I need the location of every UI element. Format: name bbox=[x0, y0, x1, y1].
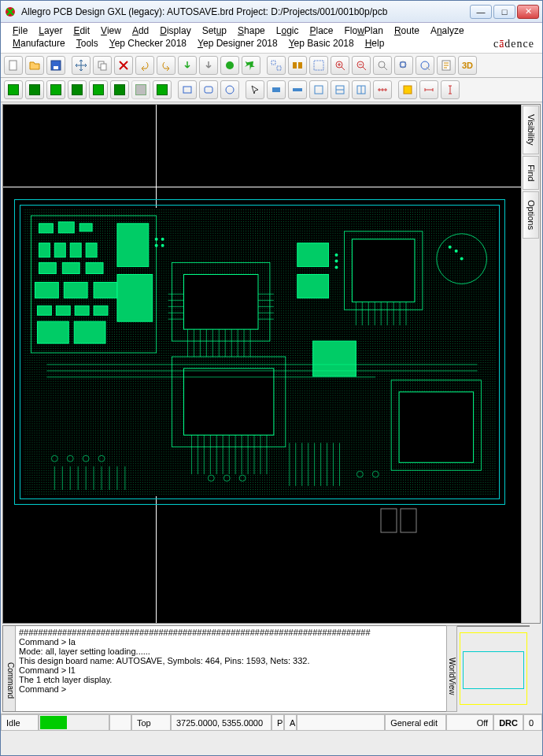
status-drc[interactable]: DRC bbox=[493, 714, 523, 731]
menu-tools[interactable]: Tools bbox=[71, 37, 104, 50]
menu-view[interactable]: View bbox=[95, 24, 127, 37]
layer7-button[interactable] bbox=[131, 80, 150, 99]
layer5-button[interactable] bbox=[89, 80, 108, 99]
minimize-button[interactable]: — bbox=[470, 5, 492, 19]
circle-tool[interactable] bbox=[220, 80, 239, 99]
menu-help[interactable]: Help bbox=[360, 37, 390, 50]
zoom-in-button[interactable] bbox=[331, 56, 349, 75]
dim-h-tool[interactable] bbox=[419, 80, 438, 99]
menu-shape[interactable]: Shape bbox=[232, 24, 271, 37]
svg-rect-5 bbox=[101, 64, 106, 70]
menu-yep-checker[interactable]: Yep Checker 2018 bbox=[104, 37, 192, 50]
menu-setup[interactable]: Setup bbox=[197, 24, 232, 37]
sidebar: Visibility Find Options bbox=[521, 105, 540, 623]
marker-button[interactable] bbox=[220, 56, 239, 75]
arrow-down-button[interactable] bbox=[178, 56, 197, 75]
new-button[interactable] bbox=[4, 56, 23, 75]
menu-manufacture[interactable]: Manufacture bbox=[7, 37, 71, 50]
zoom-out-button[interactable] bbox=[352, 56, 371, 75]
zoom-sel-button[interactable] bbox=[394, 56, 413, 75]
svg-rect-83 bbox=[381, 509, 397, 532]
group-button[interactable] bbox=[267, 56, 286, 75]
status-mode[interactable]: General edit bbox=[385, 714, 446, 731]
copy-button[interactable] bbox=[93, 56, 112, 75]
layer1-button[interactable] bbox=[4, 80, 23, 99]
command-console[interactable]: Command ################################… bbox=[2, 625, 456, 712]
menu-route[interactable]: Route bbox=[389, 24, 425, 37]
shape5-tool[interactable] bbox=[352, 80, 371, 99]
menu-yep-basic[interactable]: Yep Basic 2018 bbox=[283, 37, 360, 50]
svg-rect-39 bbox=[39, 243, 50, 258]
brand-logo: cādence bbox=[493, 38, 534, 50]
status-a[interactable]: A bbox=[284, 714, 297, 731]
layer8-button[interactable] bbox=[153, 80, 172, 99]
status-layer[interactable]: Top bbox=[131, 714, 171, 731]
svg-rect-38 bbox=[79, 224, 92, 232]
layer6-button[interactable] bbox=[110, 80, 129, 99]
menu-analyze[interactable]: Analyze bbox=[425, 24, 470, 37]
move-button[interactable] bbox=[72, 56, 90, 75]
ungroup-button[interactable] bbox=[309, 56, 328, 75]
window-title: Allegro PCB Design GXL (legacy): AUTOSAV… bbox=[21, 6, 470, 17]
svg-rect-10 bbox=[298, 62, 302, 69]
rect-tool[interactable] bbox=[178, 80, 197, 99]
status-spacer bbox=[297, 714, 385, 731]
flip-button[interactable] bbox=[288, 56, 307, 75]
shape2-tool[interactable] bbox=[288, 80, 307, 99]
console-tab[interactable]: Command bbox=[3, 626, 16, 711]
menu-file[interactable]: File bbox=[7, 24, 33, 37]
pcb-canvas[interactable] bbox=[3, 105, 521, 623]
select-tool[interactable] bbox=[246, 80, 264, 99]
undo-button[interactable] bbox=[135, 56, 154, 75]
zoom-world-button[interactable] bbox=[416, 56, 434, 75]
menu-place[interactable]: Place bbox=[304, 24, 338, 37]
tab-visibility[interactable]: Visibility bbox=[523, 106, 539, 154]
property-button[interactable] bbox=[437, 56, 456, 75]
close-button[interactable]: ✕ bbox=[517, 5, 539, 19]
shape1-tool[interactable] bbox=[267, 80, 286, 99]
svg-rect-56 bbox=[117, 275, 153, 322]
svg-rect-61 bbox=[352, 239, 415, 302]
dim-v-tool[interactable] bbox=[441, 80, 460, 99]
tab-options[interactable]: Options bbox=[523, 191, 539, 239]
worldview-tab[interactable]: WorldView bbox=[446, 625, 457, 712]
shape4-tool[interactable] bbox=[331, 80, 349, 99]
menu-flowplan[interactable]: FlowPlan bbox=[339, 24, 389, 37]
status-count: 0 bbox=[523, 714, 542, 731]
measure-tool[interactable] bbox=[373, 80, 392, 99]
shape3-tool[interactable] bbox=[309, 80, 328, 99]
worldview-panel[interactable] bbox=[457, 625, 530, 627]
layer4-button[interactable] bbox=[68, 80, 87, 99]
status-coords[interactable]: 3725.0000, 5355.0000 bbox=[171, 714, 272, 731]
status-p[interactable]: P bbox=[272, 714, 284, 731]
svg-rect-7 bbox=[272, 61, 275, 65]
menu-logic[interactable]: Logic bbox=[271, 24, 305, 37]
maximize-button[interactable]: □ bbox=[493, 5, 515, 19]
redo-button[interactable] bbox=[157, 56, 175, 75]
roundrect-tool[interactable] bbox=[199, 80, 218, 99]
save-button[interactable] bbox=[46, 56, 65, 75]
svg-rect-1 bbox=[9, 61, 17, 70]
pin-button[interactable] bbox=[242, 56, 260, 75]
status-off[interactable]: Off bbox=[446, 714, 493, 731]
arrow-down2-button[interactable] bbox=[199, 56, 218, 75]
3d-button[interactable]: 3D bbox=[458, 56, 477, 75]
svg-rect-57 bbox=[184, 275, 259, 330]
menu-display[interactable]: Display bbox=[154, 24, 196, 37]
open-button[interactable] bbox=[25, 56, 44, 75]
zoom-fit-button[interactable] bbox=[373, 56, 392, 75]
layer2-button[interactable] bbox=[25, 80, 44, 99]
svg-rect-22 bbox=[272, 87, 280, 92]
menu-add[interactable]: Add bbox=[127, 24, 154, 37]
delete-button[interactable] bbox=[114, 56, 133, 75]
tab-find[interactable]: Find bbox=[523, 156, 539, 190]
toolbar-main: 3D bbox=[1, 54, 542, 78]
app-icon bbox=[4, 6, 17, 18]
svg-rect-42 bbox=[86, 243, 97, 258]
menu-layer[interactable]: Layer bbox=[33, 24, 68, 37]
layer3-button[interactable] bbox=[46, 80, 65, 99]
menu-edit[interactable]: Edit bbox=[68, 24, 95, 37]
highlight-tool[interactable] bbox=[398, 80, 417, 99]
menu-yep-designer[interactable]: Yep Designer 2018 bbox=[192, 37, 283, 50]
status-progress bbox=[39, 714, 109, 731]
